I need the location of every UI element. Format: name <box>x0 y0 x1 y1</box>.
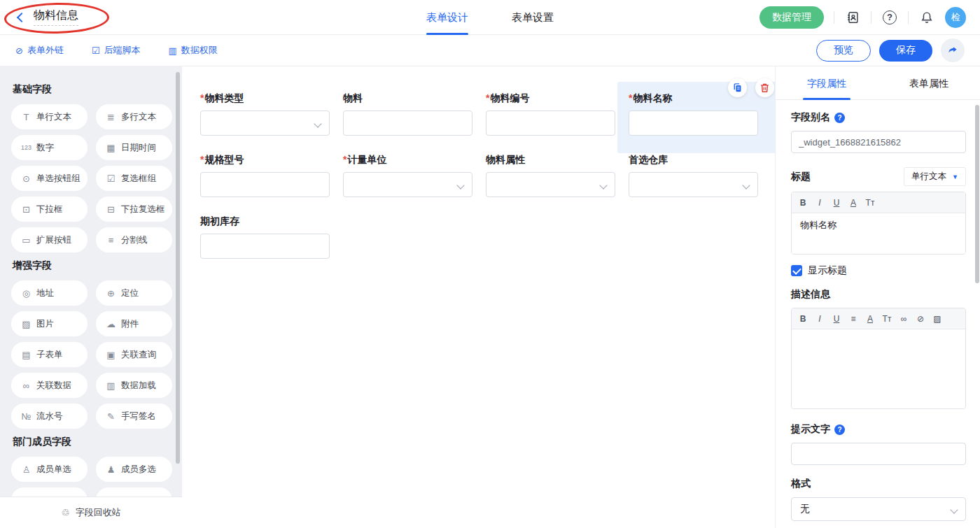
hint-input[interactable] <box>791 443 966 465</box>
sidebar-item-signature[interactable]: ✎ 手写签名 <box>96 404 172 429</box>
linked-query-icon: ▣ <box>106 350 116 360</box>
data-load-chart-icon: ▥ <box>106 380 116 391</box>
sidebar-item-multi-line-text[interactable]: ≣ 多行文本 <box>96 104 172 129</box>
panel-scrollbar[interactable] <box>975 105 979 283</box>
underline-icon[interactable]: U <box>828 192 845 213</box>
font-size-icon[interactable]: Tт <box>862 192 878 213</box>
sidebar-item-dropdown[interactable]: ⊡ 下拉框 <box>11 197 88 222</box>
copy-field-button[interactable] <box>728 78 747 97</box>
align-icon[interactable]: ≡ <box>845 308 862 329</box>
preferred-warehouse-select[interactable] <box>629 172 758 197</box>
sidebar-item-serial-number[interactable]: № 流水号 <box>11 404 88 429</box>
form-field-unit[interactable]: *计量单位 <box>343 153 486 215</box>
sidebar-item-linked-query[interactable]: ▣ 关联查询 <box>96 342 172 367</box>
title-type-select[interactable]: 单行文本 ▼ <box>904 167 966 186</box>
italic-icon[interactable]: I <box>811 192 828 213</box>
form-field-preferred-warehouse[interactable]: 首选仓库 <box>629 153 771 215</box>
backend-script-link[interactable]: ☑ 后端脚本 <box>92 44 141 57</box>
sidebar-item-datetime[interactable]: ▦ 日期时间 <box>96 135 172 160</box>
form-field-material-type[interactable]: *物料类型 <box>200 92 343 153</box>
sidebar-item-member-multi[interactable]: ♟ 成员多选 <box>96 457 172 482</box>
tab-form-properties[interactable]: 表单属性 <box>909 66 948 100</box>
form-field-initial-stock[interactable]: 期初库存 <box>200 215 343 276</box>
save-button[interactable]: 保存 <box>879 40 932 62</box>
initial-stock-input[interactable] <box>200 234 330 259</box>
data-permission-icon: ▥ <box>169 45 177 56</box>
notification-bell-icon[interactable] <box>918 9 935 26</box>
field-label: 物料属性 <box>486 154 525 165</box>
sidebar-item-extend-button[interactable]: ▭ 扩展按钮 <box>11 227 88 252</box>
form-field-spec-model[interactable]: *规格型号 <box>200 153 343 215</box>
link-icon[interactable]: ∞ <box>895 308 912 329</box>
format-select[interactable]: 无 <box>791 497 966 521</box>
bold-icon[interactable]: B <box>794 192 811 213</box>
share-button[interactable] <box>941 38 965 62</box>
show-title-toggle[interactable]: 显示标题 <box>791 264 966 277</box>
tab-field-properties[interactable]: 字段属性 <box>807 66 846 100</box>
material-attr-select[interactable] <box>486 172 615 197</box>
field-recycle-bin[interactable]: ♲ 字段回收站 <box>0 497 182 528</box>
sidebar-item-data-load[interactable]: ▥ 数据加载 <box>96 373 172 398</box>
sidebar-item-radio-group[interactable]: ⊙ 单选按钮组 <box>11 166 88 191</box>
unit-select[interactable] <box>343 172 472 197</box>
material-code-input[interactable] <box>486 110 615 136</box>
unlink-icon[interactable]: ⊘ <box>912 308 929 329</box>
tab-form-settings[interactable]: 表单设置 <box>512 0 554 35</box>
description-editor-content[interactable] <box>792 329 965 408</box>
material-type-select[interactable] <box>200 110 330 136</box>
sidebar-item-multi-dropdown[interactable]: ⊟ 下拉复选框 <box>96 197 172 222</box>
font-color-icon[interactable]: A <box>862 308 878 329</box>
contact-book-icon[interactable] <box>844 9 861 26</box>
sidebar-item-location[interactable]: ⊕ 定位 <box>96 280 172 306</box>
help-icon[interactable]: ? <box>881 9 898 26</box>
sidebar-item-address[interactable]: ◎ 地址 <box>11 280 88 306</box>
help-icon[interactable]: ? <box>834 424 845 435</box>
chevron-down-icon <box>314 120 321 127</box>
sidebar-item-member-single[interactable]: ♙ 成员单选 <box>11 457 88 482</box>
sidebar-item-linked-data[interactable]: ∞ 关联数据 <box>11 373 88 398</box>
font-size-icon[interactable]: Tт <box>878 308 895 329</box>
help-icon[interactable]: ? <box>834 113 845 123</box>
field-label: 首选仓库 <box>629 154 668 165</box>
dropdown-icon: ⊡ <box>21 204 31 215</box>
sidebar-item-attachment[interactable]: ☁ 附件 <box>96 311 172 336</box>
form-field-material-code[interactable]: *物料编号 <box>486 92 629 153</box>
title-editor: B I U A Tт 物料名称 <box>791 192 966 255</box>
preview-button[interactable]: 预览 <box>816 40 871 62</box>
subform-icon: ▤ <box>21 350 31 360</box>
insert-image-icon[interactable]: ▨ <box>929 308 946 329</box>
avatar[interactable]: 检 <box>945 7 966 28</box>
back-group[interactable]: 物料信息 <box>14 8 78 26</box>
bold-icon[interactable]: B <box>794 308 811 329</box>
sidebar-item-single-line-text[interactable]: T 单行文本 <box>11 104 88 129</box>
property-panel: 字段属性 表单属性 字段别名 ? 标题 单行文本 ▼ B I U A Tт 物料… <box>775 66 980 528</box>
material-name-input[interactable] <box>629 110 758 136</box>
delete-field-button[interactable] <box>755 78 774 97</box>
description-label: 描述信息 <box>791 288 966 301</box>
divider <box>908 11 909 24</box>
sidebar-item-number[interactable]: 123 数字 <box>11 135 88 160</box>
spec-model-input[interactable] <box>200 172 330 197</box>
material-input[interactable] <box>343 110 472 136</box>
sidebar-item-image[interactable]: ▨ 图片 <box>11 311 88 336</box>
form-external-link[interactable]: ⊘ 表单外链 <box>15 44 64 57</box>
sidebar-item-subform[interactable]: ▤ 子表单 <box>11 342 88 367</box>
form-title[interactable]: 物料信息 <box>34 8 78 26</box>
tab-form-design[interactable]: 表单设计 <box>426 0 468 35</box>
form-canvas[interactable]: *物料类型 物料 *物料编号 <box>182 66 775 528</box>
sidebar-item-checkbox-group[interactable]: ☑ 复选框组 <box>96 166 172 191</box>
underline-icon[interactable]: U <box>828 308 845 329</box>
field-alias-input[interactable] <box>791 131 966 153</box>
sidebar-scrollbar[interactable] <box>176 72 180 464</box>
form-field-material[interactable]: 物料 <box>343 92 486 153</box>
back-icon[interactable] <box>17 12 27 22</box>
italic-icon[interactable]: I <box>811 308 828 329</box>
form-field-material-attr[interactable]: 物料属性 <box>486 153 629 215</box>
form-field-material-name[interactable]: *物料名称 <box>617 82 780 153</box>
data-manage-button[interactable]: 数据管理 <box>760 6 824 29</box>
data-permission-link[interactable]: ▥ 数据权限 <box>169 44 218 57</box>
sidebar-item-divider-line[interactable]: ≡ 分割线 <box>96 227 172 252</box>
title-editor-content[interactable]: 物料名称 <box>792 213 965 254</box>
checkbox-checked-icon[interactable] <box>791 265 802 276</box>
font-color-icon[interactable]: A <box>845 192 862 213</box>
